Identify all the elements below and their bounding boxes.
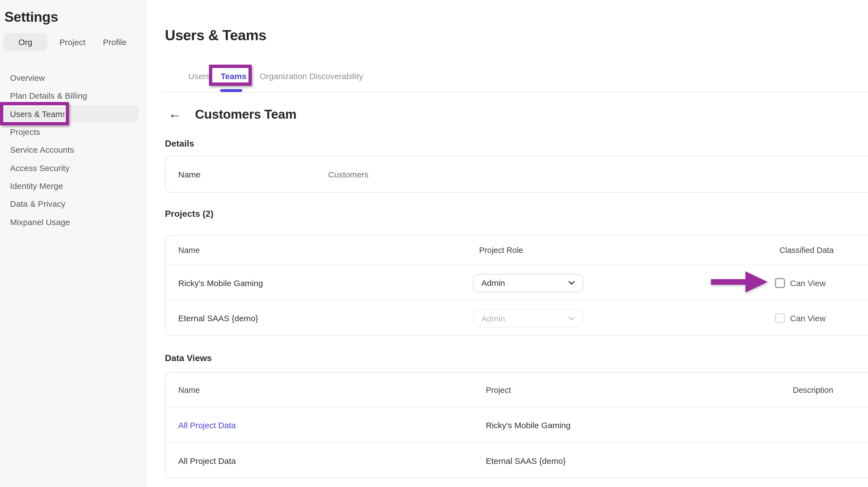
details-heading: Details (165, 139, 194, 149)
table-row: All Project Data Ricky's Mobile Gaming (165, 407, 868, 443)
project-name: Eternal SAAS {demo} (178, 313, 258, 323)
page-title: Users & Teams (165, 27, 266, 44)
sidebar-item-service-accounts[interactable]: Service Accounts (4, 141, 138, 158)
annotation-arrow (711, 271, 769, 293)
details-card: Name Customers (165, 156, 868, 193)
table-row: Eternal SAAS {demo} Admin Can View (165, 300, 868, 335)
project-role-select[interactable]: Admin (473, 274, 583, 292)
scope-tab-project[interactable]: Project (53, 33, 92, 51)
team-heading: Customers Team (195, 107, 297, 122)
sidebar-item-access-security[interactable]: Access Security (4, 159, 138, 177)
tab-teams[interactable]: Teams (221, 70, 247, 83)
scope-tab-org[interactable]: Org (3, 33, 48, 51)
sidebar-item-mixpanel-usage[interactable]: Mixpanel Usage (4, 213, 138, 231)
settings-title: Settings (4, 9, 58, 25)
project-role-value: Admin (482, 278, 505, 287)
chevron-down-icon (568, 314, 575, 321)
column-header-name: Name (178, 246, 200, 255)
active-tab-indicator (220, 89, 242, 92)
can-view-label: Can View (790, 278, 826, 287)
data-views-table-header: Name Project Description (165, 373, 868, 407)
column-header-project: Project (486, 385, 511, 394)
table-row: Name Customers (165, 157, 868, 192)
scope-tab-profile[interactable]: Profile (97, 33, 132, 51)
column-header-name: Name (178, 385, 200, 394)
tab-organization-discoverability[interactable]: Organization Discoverability (259, 70, 363, 83)
column-header-description: Description (793, 385, 833, 394)
details-name-label: Name (178, 170, 200, 179)
data-view-project: Eternal SAAS {demo} (486, 456, 566, 465)
tab-divider (160, 92, 868, 92)
project-role-value: Admin (482, 313, 505, 323)
project-name: Ricky's Mobile Gaming (178, 278, 263, 287)
details-name-value: Customers (328, 170, 369, 179)
data-views-table: Name Project Description All Project Dat… (165, 372, 868, 478)
tab-users[interactable]: Users (188, 70, 210, 83)
classified-data-checkbox[interactable] (775, 278, 785, 288)
sidebar-item-plan-details-billing[interactable]: Plan Details & Billing (4, 87, 138, 104)
sidebar-item-overview[interactable]: Overview (4, 69, 138, 86)
settings-page: Settings Org Project Profile Overview Pl… (0, 0, 868, 487)
chevron-down-icon (568, 279, 575, 285)
can-view-label: Can View (790, 313, 826, 323)
data-view-name-link[interactable]: All Project Data (178, 420, 236, 430)
column-header-project-role: Project Role (479, 246, 523, 255)
back-arrow-icon[interactable]: ← (167, 106, 183, 121)
sidebar-item-data-privacy[interactable]: Data & Privacy (4, 195, 138, 212)
sidebar: Settings Org Project Profile Overview Pl… (0, 0, 146, 487)
sidebar-item-projects[interactable]: Projects (4, 123, 138, 141)
sidebar-item-users-teams[interactable]: Users & Teams (4, 105, 138, 123)
sidebar-item-identity-merge[interactable]: Identity Merge (4, 177, 138, 194)
table-row: All Project Data Eternal SAAS {demo} (165, 443, 868, 478)
data-view-project: Ricky's Mobile Gaming (486, 420, 570, 430)
data-views-heading: Data Views (165, 353, 212, 363)
classified-data-checkbox-disabled (775, 313, 785, 323)
projects-table-header: Name Project Role Classified Data (165, 236, 868, 265)
data-view-name: All Project Data (178, 456, 236, 465)
projects-heading: Projects (2) (165, 209, 213, 219)
project-role-select-disabled: Admin (473, 309, 583, 327)
column-header-classified-data: Classified Data (779, 246, 834, 255)
